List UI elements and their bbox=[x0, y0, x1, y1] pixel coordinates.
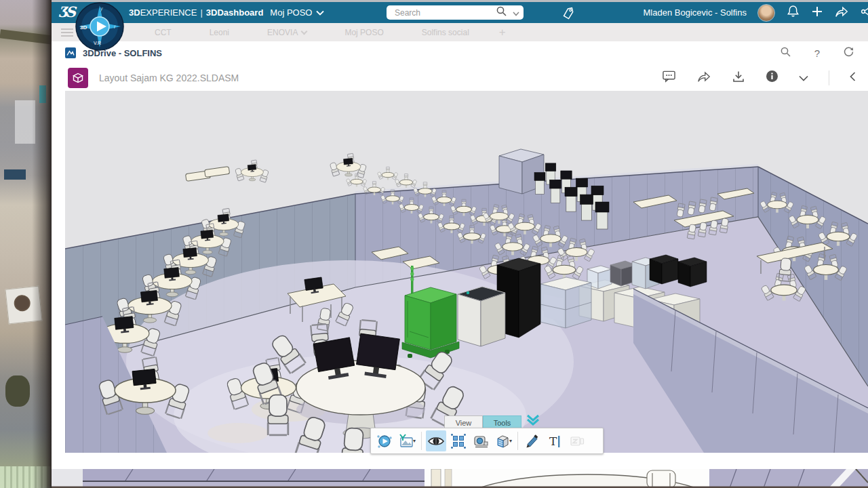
desktop-background-photo bbox=[0, 0, 52, 488]
file-share-icon[interactable] bbox=[696, 70, 711, 86]
strip-chair bbox=[647, 470, 675, 488]
tab-enovia[interactable]: ENOVIA bbox=[248, 28, 326, 37]
tab-moj-poso[interactable]: Moj POSO bbox=[326, 28, 402, 37]
text-tool-icon: T bbox=[547, 433, 563, 449]
global-search[interactable] bbox=[387, 5, 524, 20]
screen: ƷS 3DEXPERIENCE|3DDashboardMoj POSO Mlad… bbox=[0, 0, 868, 488]
tab-leoni[interactable]: Leoni bbox=[191, 28, 248, 37]
pencil-icon bbox=[524, 433, 540, 449]
dashboard-caret-icon[interactable] bbox=[316, 7, 324, 18]
add-tab-button[interactable]: + bbox=[488, 26, 517, 39]
markup-button bbox=[567, 430, 587, 451]
draw-button[interactable] bbox=[522, 430, 542, 451]
toolbar-divider bbox=[517, 432, 518, 450]
widget-refresh-icon[interactable] bbox=[843, 46, 854, 60]
white-machine bbox=[458, 287, 505, 346]
media-icon bbox=[398, 433, 414, 449]
text-annotation-button[interactable]: T bbox=[545, 430, 565, 451]
widget-header: 3DDrive - SOLFINS ? bbox=[52, 41, 868, 64]
download-icon[interactable] bbox=[732, 70, 745, 86]
actions-divider bbox=[829, 70, 829, 85]
tab-cct[interactable]: CCT bbox=[136, 28, 191, 37]
svg-text:T: T bbox=[549, 434, 557, 448]
measure-button[interactable] bbox=[471, 430, 491, 451]
secondary-frame-strip bbox=[52, 469, 868, 488]
3dexperience-compass-logo[interactable]: 3D V.R i y bbox=[75, 1, 125, 52]
share-nodes-icon[interactable] bbox=[860, 5, 868, 21]
comment-icon[interactable] bbox=[662, 70, 676, 85]
user-avatar[interactable] bbox=[757, 4, 775, 22]
compass-3d-label: 3D bbox=[80, 24, 87, 30]
svg-text:y: y bbox=[100, 6, 103, 12]
topbar: ƷS 3DEXPERIENCE|3DDashboardMoj POSO Mlad… bbox=[52, 2, 868, 23]
brand-3d: 3D bbox=[129, 7, 140, 18]
share-icon[interactable] bbox=[834, 5, 849, 21]
media-button[interactable]: ▾ bbox=[397, 430, 417, 451]
widget-search-icon[interactable] bbox=[780, 46, 791, 60]
sldasm-file-icon bbox=[68, 68, 88, 88]
select-visibility-button[interactable] bbox=[448, 430, 469, 451]
more-actions-caret-icon[interactable] bbox=[799, 72, 808, 84]
viewer-collapse-chevrons-icon[interactable] bbox=[526, 414, 540, 428]
3ddrive-widget: 3DDrive - SOLFINS ? Layout Sajam KG 2022… bbox=[52, 41, 868, 469]
brand-divider: | bbox=[200, 7, 202, 18]
user-name[interactable]: Mladen Bogicevic - Solfins bbox=[644, 7, 747, 18]
3d-viewport[interactable] bbox=[65, 91, 868, 453]
tab-enovia-caret-icon bbox=[301, 28, 308, 35]
glass-display-case bbox=[540, 277, 591, 328]
eye-icon bbox=[427, 434, 445, 449]
info-icon[interactable] bbox=[766, 70, 778, 85]
menu-hamburger-icon[interactable] bbox=[61, 28, 73, 37]
file-name: Layout Sajam KG 2022.SLDASM bbox=[99, 73, 239, 83]
section-icon bbox=[494, 433, 511, 449]
brand-experience: EXPERIENCE bbox=[140, 7, 197, 18]
3d-viewport-scene bbox=[65, 91, 868, 453]
select-squares-icon bbox=[450, 433, 467, 449]
toolbar-divider bbox=[421, 432, 422, 450]
3ds-logo[interactable]: ƷS bbox=[58, 3, 74, 20]
tag-icon[interactable] bbox=[561, 7, 575, 23]
search-icon[interactable] bbox=[496, 5, 507, 20]
search-options-caret-icon[interactable] bbox=[513, 7, 519, 19]
compass-vr-label: V.R bbox=[94, 41, 101, 45]
collapse-panel-icon[interactable] bbox=[850, 72, 856, 84]
file-header: Layout Sajam KG 2022.SLDASM bbox=[52, 64, 868, 91]
photo-edge-shadow bbox=[0, 0, 52, 488]
tab-solfins-social[interactable]: Solfins social bbox=[403, 28, 488, 37]
svg-text:i: i bbox=[114, 24, 115, 30]
app-name: 3DDashboard bbox=[206, 7, 264, 18]
viewer-toolbar: ▾ ▾ T bbox=[370, 428, 604, 454]
brand-title: 3DEXPERIENCE|3DDashboardMoj POSO bbox=[129, 7, 324, 18]
play-3d-icon bbox=[376, 433, 393, 449]
add-content-icon[interactable] bbox=[811, 5, 823, 20]
dashboard-tabbar: CCT Leoni ENOVIA Moj POSO Solfins social… bbox=[52, 23, 868, 42]
markup-icon bbox=[569, 433, 585, 449]
dashboard-selector[interactable]: Moj POSO bbox=[270, 7, 312, 18]
measure-icon bbox=[473, 433, 489, 449]
widget-help-icon[interactable]: ? bbox=[814, 47, 820, 59]
visibility-button[interactable] bbox=[426, 430, 446, 451]
play-3d-button[interactable] bbox=[374, 430, 395, 451]
global-search-input[interactable] bbox=[393, 7, 496, 18]
notifications-bell-icon[interactable] bbox=[786, 4, 800, 21]
section-button[interactable]: ▾ bbox=[493, 430, 513, 451]
